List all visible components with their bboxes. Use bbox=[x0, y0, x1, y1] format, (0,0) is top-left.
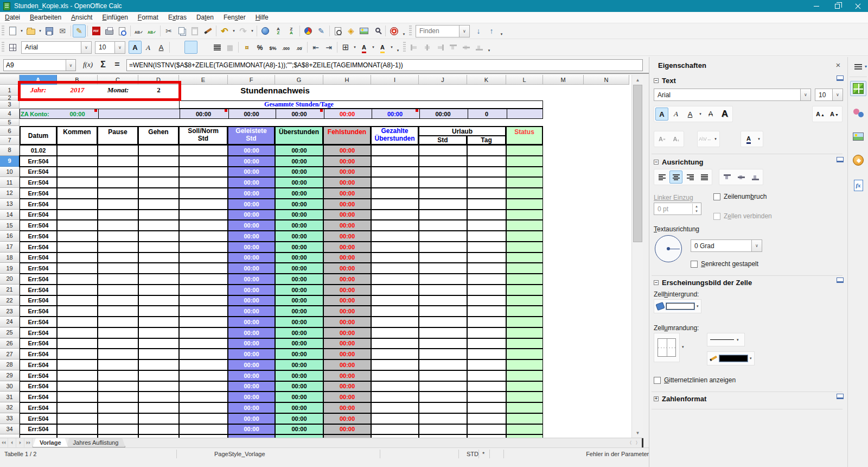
header-status[interactable]: Status bbox=[506, 126, 543, 145]
cell-C32[interactable] bbox=[98, 402, 138, 413]
cell-C10[interactable] bbox=[98, 167, 138, 178]
row-header-18[interactable]: 18 bbox=[0, 253, 20, 263]
section-text-header[interactable]: Text bbox=[654, 77, 676, 85]
cell-K14[interactable] bbox=[467, 210, 506, 220]
cell-J8[interactable] bbox=[419, 145, 467, 156]
sum-button[interactable]: Σ bbox=[97, 59, 110, 71]
cell-A19[interactable]: Err:504 bbox=[20, 263, 57, 274]
align-top-button[interactable] bbox=[446, 41, 459, 54]
cell-F11[interactable]: 00:00 bbox=[228, 177, 275, 188]
cell-C9[interactable] bbox=[98, 156, 138, 167]
cell-A33[interactable]: Err:504 bbox=[20, 413, 57, 424]
cell-F19[interactable]: 00:00 bbox=[228, 263, 275, 274]
sidebar-font-size-dropdown-icon[interactable]: ∨ bbox=[832, 89, 843, 100]
toolbar-grip[interactable] bbox=[2, 42, 4, 53]
cell-I14[interactable] bbox=[371, 210, 419, 220]
header-gehen[interactable]: Gehen bbox=[138, 126, 179, 145]
cell-K34[interactable] bbox=[467, 424, 506, 435]
cell-K20[interactable] bbox=[467, 274, 506, 285]
cell-J34[interactable] bbox=[419, 424, 467, 435]
open-button[interactable] bbox=[24, 24, 37, 37]
cell-A32[interactable]: Err:504 bbox=[20, 402, 57, 413]
cell-F22[interactable]: 00:00 bbox=[228, 295, 275, 306]
previous-sheet-button[interactable]: ⏴ bbox=[8, 438, 16, 447]
cell-A10[interactable]: Err:504 bbox=[20, 167, 57, 178]
collapse-icon[interactable] bbox=[654, 160, 659, 165]
cell-F33[interactable]: 00:00 bbox=[228, 413, 275, 424]
cell-E30[interactable] bbox=[179, 381, 228, 392]
navigator-button[interactable] bbox=[344, 24, 358, 37]
cell-L34[interactable] bbox=[506, 424, 543, 435]
cell-D21[interactable] bbox=[138, 285, 179, 295]
cell-L12[interactable] bbox=[506, 188, 543, 199]
sidebar-font-name-combo[interactable]: Arial ∨ bbox=[654, 89, 811, 101]
cell-H19[interactable]: 00:00 bbox=[323, 263, 371, 274]
cell-B30[interactable] bbox=[57, 381, 98, 392]
sidebar-font-color-button[interactable] bbox=[742, 132, 755, 146]
cell-C29[interactable] bbox=[98, 370, 138, 381]
cell-G4[interactable]: 00:00 bbox=[275, 109, 323, 119]
border-preset-button[interactable] bbox=[654, 333, 680, 362]
copy-button[interactable] bbox=[175, 24, 188, 37]
column-header-L[interactable]: L bbox=[506, 75, 543, 85]
cell-G31[interactable]: 00:00 bbox=[275, 392, 323, 402]
cell-L16[interactable] bbox=[506, 231, 543, 242]
sheet-tab-vorlage[interactable]: Vorlage bbox=[33, 438, 68, 447]
toolbar-overflow-button[interactable]: ▾ bbox=[400, 24, 407, 37]
cell-I27[interactable] bbox=[371, 349, 419, 359]
center-horizontal-button[interactable] bbox=[420, 41, 433, 54]
superscript-button[interactable]: Aᴴ bbox=[655, 132, 668, 146]
show-draw-functions-button[interactable] bbox=[315, 24, 328, 37]
number-standard-button[interactable] bbox=[266, 41, 279, 54]
redo-button[interactable] bbox=[237, 24, 250, 37]
find-toolbar-input[interactable]: ∨ bbox=[416, 25, 470, 37]
line-style-dropdown-icon[interactable]: ▾ bbox=[737, 338, 739, 342]
cell-G19[interactable]: 00:00 bbox=[275, 263, 323, 274]
header-fehlstunden[interactable]: Fehlstunden bbox=[323, 126, 371, 145]
cell-J4[interactable]: 00:00 bbox=[419, 109, 467, 119]
cell-L17[interactable] bbox=[506, 242, 543, 253]
cell-G23[interactable]: 00:00 bbox=[275, 306, 323, 317]
row-header-29[interactable]: 29 bbox=[0, 370, 20, 381]
cell-K22[interactable] bbox=[467, 295, 506, 306]
appearance-dialog-launcher-icon[interactable] bbox=[837, 277, 844, 283]
cell-H17[interactable]: 00:00 bbox=[323, 242, 371, 253]
cell-A22[interactable]: Err:504 bbox=[20, 295, 57, 306]
add-decimal-button[interactable] bbox=[279, 41, 292, 54]
header-gezahlte-ueberstunden[interactable]: GezahlteÜberstunden bbox=[371, 126, 419, 145]
font-name-dropdown-icon[interactable]: ∨ bbox=[81, 42, 91, 53]
sidebar-align-right-button[interactable] bbox=[684, 171, 697, 184]
find-dropdown-icon[interactable]: ∨ bbox=[459, 26, 469, 37]
cell-B20[interactable] bbox=[57, 274, 98, 285]
cell-A26[interactable]: Err:504 bbox=[20, 338, 57, 349]
cell-G16[interactable]: 00:00 bbox=[275, 231, 323, 242]
cell-D31[interactable] bbox=[138, 392, 179, 402]
row-header-32[interactable]: 32 bbox=[0, 402, 20, 413]
sheet-tab-jahres-auflistung[interactable]: Jahres Auflistung bbox=[66, 438, 126, 447]
menu-bearbeiten[interactable]: Bearbeiten bbox=[25, 12, 66, 22]
cell-G8[interactable]: 00:00 bbox=[275, 145, 323, 156]
cell-E14[interactable] bbox=[179, 210, 228, 220]
cell-B29[interactable] bbox=[57, 370, 98, 381]
cell-C19[interactable] bbox=[98, 263, 138, 274]
row-header-10[interactable]: 10 bbox=[0, 167, 20, 178]
cell-E11[interactable] bbox=[179, 177, 228, 188]
cell-L11[interactable] bbox=[506, 177, 543, 188]
cell-K12[interactable] bbox=[467, 188, 506, 199]
close-button[interactable] bbox=[847, 0, 868, 12]
cell-B4[interactable]: 00:00 bbox=[57, 109, 98, 119]
cell-C25[interactable] bbox=[98, 327, 138, 338]
cell-reference-input[interactable] bbox=[3, 59, 76, 71]
cell-B32[interactable] bbox=[57, 402, 98, 413]
cell-J32[interactable] bbox=[419, 402, 467, 413]
cell-B25[interactable] bbox=[57, 327, 98, 338]
cell-L9[interactable] bbox=[506, 156, 543, 167]
open-dropdown-icon[interactable]: ▾ bbox=[37, 25, 43, 37]
cell-L30[interactable] bbox=[506, 381, 543, 392]
cell-I9[interactable] bbox=[371, 156, 419, 167]
menu-format[interactable]: Format bbox=[133, 12, 163, 22]
wrap-text-checkbox[interactable] bbox=[713, 193, 720, 200]
column-header-H[interactable]: H bbox=[323, 75, 371, 85]
redo-dropdown-icon[interactable]: ▾ bbox=[250, 25, 255, 37]
numberformat-dialog-launcher-icon[interactable] bbox=[837, 394, 844, 399]
